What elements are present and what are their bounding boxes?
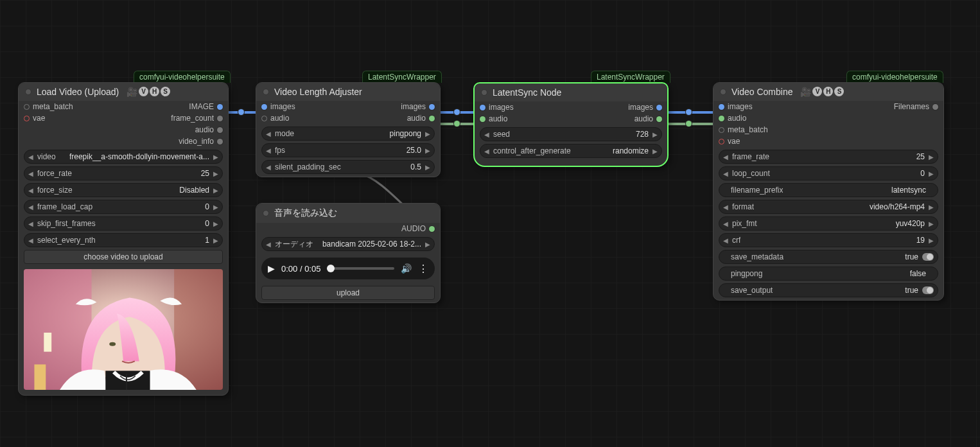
socket-filenames-out[interactable] — [932, 104, 938, 110]
socket-image-out[interactable] — [217, 104, 223, 110]
svg-rect-2 — [174, 269, 223, 390]
socket-audio-out[interactable] — [429, 116, 435, 121]
titlebar[interactable]: 音声を読み込む — [256, 204, 440, 223]
socket-audio-out[interactable] — [656, 116, 662, 122]
socket-vae-in[interactable] — [24, 116, 30, 121]
socket-audio-in[interactable] — [261, 116, 267, 121]
vhs-icon: 🎥VHS — [127, 87, 170, 97]
widget-save-metadata[interactable]: save_metadatatrue — [719, 250, 938, 264]
node-load-audio[interactable]: 音声を読み込む AUDIO ◀オーディオbandicam 2025-02-06 … — [256, 203, 441, 303]
widget-pingpong[interactable]: pingpongfalse — [719, 267, 938, 281]
widget-force-size[interactable]: ◀force_sizeDisabled▶ — [24, 183, 223, 197]
kebab-menu-icon[interactable]: ⋮ — [418, 263, 428, 275]
widget-save-output[interactable]: save_outputtrue — [719, 283, 938, 297]
node-title: Video Length Adjuster — [274, 87, 362, 97]
toggle-icon[interactable] — [922, 286, 934, 294]
node-title: LatentSync Node — [493, 87, 561, 98]
play-icon[interactable]: ▶ — [268, 263, 275, 274]
badge-load-video: comfyui-videohelpersuite — [134, 71, 231, 83]
socket-images-in[interactable] — [261, 104, 267, 110]
widget-control-after-generate[interactable]: ◀control_after_generaterandomize▶ — [480, 144, 662, 158]
node-title: Load Video (Upload) — [37, 87, 119, 97]
socket-audio-in[interactable] — [480, 116, 486, 122]
widget-skip-first-frames[interactable]: ◀skip_first_frames0▶ — [24, 216, 223, 231]
socket-audio-in[interactable] — [719, 116, 724, 121]
widget-force-rate[interactable]: ◀force_rate25▶ — [24, 166, 223, 180]
socket-images-in[interactable] — [480, 105, 486, 110]
titlebar[interactable]: Video Combine 🎥VHS — [713, 83, 943, 101]
video-preview — [24, 269, 223, 390]
widget-format[interactable]: ◀formatvideo/h264-mp4▶ — [719, 200, 938, 214]
widget-video[interactable]: ◀videofreepik__a-smooth-dollyin-movement… — [24, 150, 223, 164]
widget-frame-rate[interactable]: ◀frame_rate25▶ — [719, 150, 938, 164]
svg-rect-4 — [44, 333, 51, 352]
node-latentsync[interactable]: LatentSync Node images images audio audi… — [473, 82, 669, 167]
vhs-icon: 🎥VHS — [800, 87, 844, 97]
socket-images-out[interactable] — [429, 104, 435, 110]
audio-time: 0:00 / 0:05 — [281, 264, 320, 274]
collapse-icon[interactable] — [720, 89, 726, 95]
socket-meta-batch-in[interactable] — [24, 104, 30, 110]
socket-meta-batch-in[interactable] — [719, 127, 724, 133]
widget-frame-load-cap[interactable]: ◀frame_load_cap0▶ — [24, 200, 223, 214]
widget-crf[interactable]: ◀crf19▶ — [719, 233, 938, 247]
widget-loop-count[interactable]: ◀loop_count0▶ — [719, 166, 938, 180]
collapse-icon[interactable] — [481, 89, 487, 96]
widget-mode[interactable]: ◀modepingpong▶ — [261, 127, 435, 141]
socket-video-info-out[interactable] — [217, 139, 223, 145]
socket-images-out[interactable] — [656, 105, 662, 110]
widget-seed[interactable]: ◀seed728▶ — [480, 127, 662, 141]
socket-audio-out[interactable] — [429, 226, 435, 232]
choose-video-button[interactable]: choose video to upload — [24, 250, 223, 264]
speaker-icon[interactable]: 🔊 — [401, 263, 412, 274]
titlebar[interactable]: LatentSync Node — [475, 83, 667, 101]
toggle-icon[interactable] — [922, 253, 934, 261]
badge-video-length: LatentSyncWrapper — [362, 71, 442, 83]
node-title: Video Combine — [731, 87, 792, 97]
widget-filename-prefix[interactable]: filename_prefixlatentsync — [719, 183, 938, 197]
svg-point-5 — [109, 342, 116, 346]
widget-select-every-nth[interactable]: ◀select_every_nth1▶ — [24, 233, 223, 247]
upload-button[interactable]: upload — [261, 286, 435, 300]
socket-audio-out[interactable] — [217, 127, 223, 133]
svg-rect-3 — [34, 364, 46, 390]
socket-images-in[interactable] — [719, 104, 724, 110]
socket-frame-count-out[interactable] — [217, 116, 223, 121]
titlebar[interactable]: Video Length Adjuster — [256, 83, 440, 101]
widget-silent-padding[interactable]: ◀silent_padding_sec0.5▶ — [261, 160, 435, 174]
badge-video-combine: comfyui-videohelpersuite — [846, 71, 943, 83]
widget-fps[interactable]: ◀fps25.0▶ — [261, 143, 435, 157]
node-title: 音声を読み込む — [274, 207, 337, 219]
widget-audio-file[interactable]: ◀オーディオbandicam 2025-02-06 18-2...▶ — [261, 237, 435, 251]
widget-pix-fmt[interactable]: ◀pix_fmtyuv420p▶ — [719, 216, 938, 231]
badge-latentsync: LatentSyncWrapper — [591, 71, 670, 83]
socket-vae-in[interactable] — [719, 139, 724, 145]
audio-player[interactable]: ▶ 0:00 / 0:05 🔊 ⋮ — [261, 258, 435, 279]
titlebar[interactable]: Load Video (Upload) 🎥VHS — [19, 83, 228, 101]
collapse-icon[interactable] — [263, 210, 269, 216]
audio-seek-bar[interactable] — [327, 267, 394, 270]
collapse-icon[interactable] — [25, 89, 31, 95]
node-video-length-adjuster[interactable]: Video Length Adjuster images images audi… — [256, 82, 441, 177]
collapse-icon[interactable] — [263, 89, 269, 95]
node-load-video[interactable]: Load Video (Upload) 🎥VHS meta_batch IMAG… — [18, 82, 229, 396]
node-video-combine[interactable]: Video Combine 🎥VHS images Filenames audi… — [713, 82, 944, 301]
